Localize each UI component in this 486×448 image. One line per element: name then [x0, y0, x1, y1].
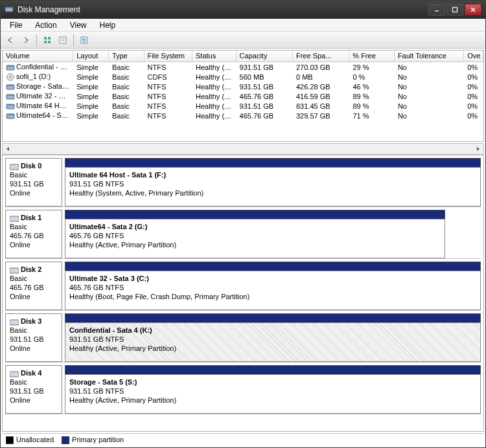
svg-rect-16 — [6, 65, 14, 67]
svg-rect-3 — [453, 8, 457, 12]
col-capacity[interactable]: Capacity — [237, 50, 293, 62]
disk-icon — [10, 215, 19, 221]
refresh-button[interactable] — [40, 34, 54, 47]
svg-rect-22 — [6, 95, 14, 96]
svg-rect-27 — [10, 164, 19, 170]
svg-rect-24 — [6, 104, 14, 106]
legend-swatch-unallocated — [6, 436, 14, 444]
scroll-left-icon[interactable] — [3, 144, 13, 154]
window-title: Disk Management — [17, 5, 80, 14]
disk-icon — [10, 267, 19, 273]
volume-row[interactable]: Storage - Sata 5 (S:)SimpleBasicNTFSHeal… — [3, 82, 483, 91]
legend-swatch-primary — [62, 436, 69, 444]
volume-name: Ultimate 32 - Sata ... — [16, 92, 73, 100]
drive-icon — [6, 102, 15, 110]
legend-primary: Primary partition — [72, 436, 124, 443]
svg-rect-28 — [10, 216, 19, 221]
volume-row[interactable]: Ultimate64 - Sata ...SimpleBasicNTFSHeal… — [3, 111, 483, 120]
col-layout[interactable]: Layout — [73, 50, 109, 62]
titlebar[interactable]: Disk Management — [1, 1, 485, 19]
disk-icon — [10, 370, 19, 377]
partition[interactable]: Confidential - Sata 4 (K:)931.51 GB NTFS… — [65, 313, 481, 362]
scroll-right-icon[interactable] — [473, 144, 483, 154]
volume-list[interactable]: Volume Layout Type File System Status Ca… — [2, 50, 484, 142]
disk-icon — [10, 163, 19, 170]
svg-rect-26 — [6, 114, 14, 115]
drive-icon — [6, 93, 15, 100]
svg-rect-1 — [5, 7, 13, 8]
menubar: File Action View Help — [1, 19, 485, 32]
svg-point-18 — [10, 76, 12, 78]
col-free[interactable]: Free Spa... — [293, 50, 349, 62]
col-overhead[interactable]: Ove — [464, 50, 483, 62]
disk-management-window: Disk Management File Action View Help ? … — [0, 0, 486, 448]
disk-graphical-view[interactable]: Disk 0Basic931.51 GBOnlineUltimate 64 Ho… — [2, 155, 484, 432]
partition[interactable]: Ultimate 32 - Sata 3 (C:)465.76 GB NTFSH… — [65, 262, 481, 310]
menu-file[interactable]: File — [3, 19, 29, 31]
volume-name: Ultimate 64 Host - ... — [16, 102, 73, 109]
disk-row[interactable]: Disk 2Basic465.76 GBOnlineUltimate 32 - … — [5, 262, 481, 311]
svg-rect-6 — [44, 37, 47, 39]
maximize-button[interactable] — [446, 4, 463, 16]
disk-label[interactable]: Disk 1Basic465.76 GBOnline — [5, 210, 62, 258]
partition[interactable]: Ultimate 64 Host - Sata 1 (F:)931.51 GB … — [65, 158, 481, 207]
drive-icon — [6, 112, 15, 120]
disk-label[interactable]: Disk 4Basic931.51 GBOnline — [5, 365, 62, 414]
col-volume[interactable]: Volume — [3, 50, 73, 62]
col-status[interactable]: Status — [192, 50, 237, 62]
volume-row[interactable]: Confidential - Sata...SimpleBasicNTFSHea… — [3, 62, 483, 72]
drive-icon — [6, 63, 15, 71]
close-button[interactable] — [465, 4, 481, 16]
volume-row[interactable]: Ultimate 64 Host - ...SimpleBasicNTFSHea… — [3, 101, 483, 111]
menu-view[interactable]: View — [64, 19, 93, 31]
svg-rect-29 — [10, 268, 19, 273]
disk-row[interactable]: Disk 1Basic465.76 GBOnlineUltimate64 - S… — [5, 210, 481, 259]
legend: Unallocated Primary partition — [2, 433, 484, 446]
horizontal-scrollbar[interactable] — [2, 143, 484, 155]
help-button[interactable]: ? — [77, 34, 91, 47]
minimize-button[interactable] — [428, 4, 445, 16]
volume-name: Confidential - Sata... — [16, 63, 73, 71]
partition[interactable]: Ultimate64 - Sata 2 (G:)465.76 GB NTFSHe… — [65, 210, 445, 258]
disk-label[interactable]: Disk 3Basic931.51 GBOnline — [5, 313, 62, 362]
svg-rect-31 — [10, 372, 19, 377]
svg-rect-8 — [44, 41, 47, 43]
col-filesystem[interactable]: File System — [145, 50, 193, 62]
col-type[interactable]: Type — [109, 50, 145, 62]
menu-help[interactable]: Help — [93, 19, 122, 31]
properties-button[interactable] — [56, 34, 70, 47]
disk-icon — [10, 319, 19, 325]
disk-label[interactable]: Disk 0Basic931.51 GBOnline — [5, 158, 62, 207]
disk-row[interactable]: Disk 4Basic931.51 GBOnlineStorage - Sata… — [5, 365, 481, 414]
svg-rect-10 — [60, 37, 66, 43]
legend-unallocated: Unallocated — [16, 436, 54, 443]
volume-name: Storage - Sata 5 (S:) — [16, 82, 73, 90]
volume-name: sofii_1 (D:) — [16, 73, 51, 80]
volume-row[interactable]: Ultimate 32 - Sata ...SimpleBasicNTFSHea… — [3, 91, 483, 101]
partition[interactable]: Storage - Sata 5 (S:)931.51 GB NTFSHealt… — [65, 365, 481, 414]
app-icon — [5, 5, 14, 16]
column-headers: Volume Layout Type File System Status Ca… — [3, 50, 483, 62]
volume-name: Ultimate64 - Sata ... — [16, 111, 73, 119]
svg-rect-9 — [48, 41, 51, 43]
drive-icon — [6, 73, 15, 81]
volume-row[interactable]: sofii_1 (D:)SimpleBasicCDFSHealthy (P...… — [3, 72, 483, 82]
svg-rect-7 — [48, 37, 51, 39]
col-percent[interactable]: % Free — [349, 50, 395, 62]
disk-row[interactable]: Disk 3Basic931.51 GBOnlineConfidential -… — [5, 313, 481, 363]
disk-row[interactable]: Disk 0Basic931.51 GBOnlineUltimate 64 Ho… — [5, 158, 481, 207]
svg-rect-30 — [10, 320, 19, 325]
toolbar: ? — [1, 32, 485, 49]
forward-button[interactable] — [19, 34, 33, 47]
menu-action[interactable]: Action — [29, 19, 63, 31]
col-fault-tolerance[interactable]: Fault Tolerance — [395, 50, 464, 62]
svg-text:?: ? — [82, 38, 86, 44]
drive-icon — [6, 83, 15, 91]
back-button[interactable] — [3, 34, 17, 47]
disk-label[interactable]: Disk 2Basic465.76 GBOnline — [5, 262, 62, 310]
svg-rect-20 — [6, 85, 14, 86]
